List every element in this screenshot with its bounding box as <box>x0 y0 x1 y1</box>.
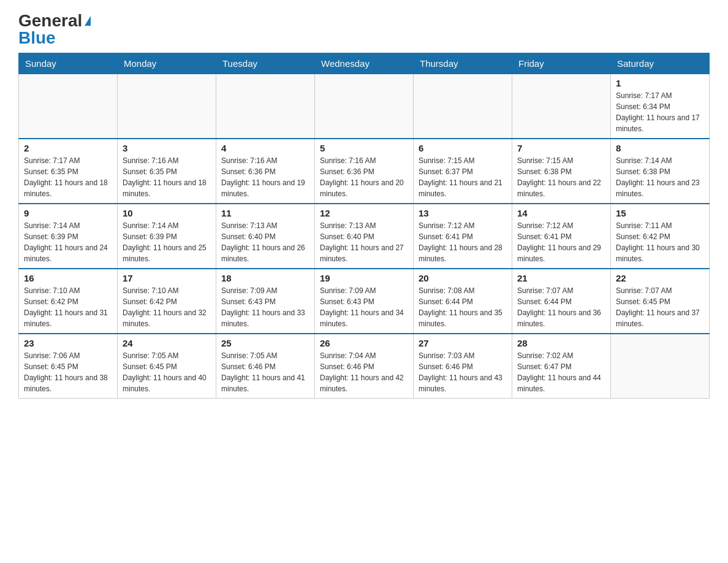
calendar-cell: 26Sunrise: 7:04 AMSunset: 6:46 PMDayligh… <box>315 334 414 399</box>
calendar-cell: 28Sunrise: 7:02 AMSunset: 6:47 PMDayligh… <box>512 334 611 399</box>
calendar-cell: 9Sunrise: 7:14 AMSunset: 6:39 PMDaylight… <box>19 204 118 269</box>
weekday-header-friday: Friday <box>512 53 611 74</box>
calendar-cell: 18Sunrise: 7:09 AMSunset: 6:43 PMDayligh… <box>216 269 315 334</box>
day-number: 10 <box>123 208 211 218</box>
day-info: Sunrise: 7:16 AMSunset: 6:36 PMDaylight:… <box>320 155 408 199</box>
day-info: Sunrise: 7:11 AMSunset: 6:42 PMDaylight:… <box>616 220 704 264</box>
day-number: 11 <box>221 208 309 218</box>
logo-triangle-icon <box>85 16 91 26</box>
weekday-header-saturday: Saturday <box>611 53 710 74</box>
calendar-cell <box>611 334 710 399</box>
day-info: Sunrise: 7:15 AMSunset: 6:38 PMDaylight:… <box>517 155 605 199</box>
day-info: Sunrise: 7:10 AMSunset: 6:42 PMDaylight:… <box>24 285 112 329</box>
calendar-cell: 15Sunrise: 7:11 AMSunset: 6:42 PMDayligh… <box>611 204 710 269</box>
day-info: Sunrise: 7:10 AMSunset: 6:42 PMDaylight:… <box>123 285 211 329</box>
day-info: Sunrise: 7:16 AMSunset: 6:36 PMDaylight:… <box>221 155 309 199</box>
calendar-cell: 13Sunrise: 7:12 AMSunset: 6:41 PMDayligh… <box>414 204 512 269</box>
week-row-3: 9Sunrise: 7:14 AMSunset: 6:39 PMDaylight… <box>19 204 710 269</box>
calendar-cell: 3Sunrise: 7:16 AMSunset: 6:35 PMDaylight… <box>118 139 216 204</box>
day-number: 1 <box>616 78 704 88</box>
day-number: 28 <box>517 338 605 348</box>
weekday-header-monday: Monday <box>118 53 216 74</box>
calendar-cell: 17Sunrise: 7:10 AMSunset: 6:42 PMDayligh… <box>118 269 216 334</box>
day-number: 3 <box>123 143 211 153</box>
weekday-header-thursday: Thursday <box>414 53 512 74</box>
page-header: General Blue <box>18 12 710 47</box>
calendar-cell: 4Sunrise: 7:16 AMSunset: 6:36 PMDaylight… <box>216 139 315 204</box>
weekday-header-wednesday: Wednesday <box>315 53 414 74</box>
calendar-cell: 22Sunrise: 7:07 AMSunset: 6:45 PMDayligh… <box>611 269 710 334</box>
calendar-cell: 21Sunrise: 7:07 AMSunset: 6:44 PMDayligh… <box>512 269 611 334</box>
day-info: Sunrise: 7:06 AMSunset: 6:45 PMDaylight:… <box>24 350 112 394</box>
weekday-header-tuesday: Tuesday <box>216 53 315 74</box>
logo-general-text: General <box>18 12 82 29</box>
calendar-header: SundayMondayTuesdayWednesdayThursdayFrid… <box>19 53 710 74</box>
week-row-4: 16Sunrise: 7:10 AMSunset: 6:42 PMDayligh… <box>19 269 710 334</box>
day-info: Sunrise: 7:13 AMSunset: 6:40 PMDaylight:… <box>221 220 309 264</box>
day-number: 18 <box>221 273 309 283</box>
day-number: 27 <box>419 338 507 348</box>
calendar-cell <box>19 74 118 139</box>
day-number: 22 <box>616 273 704 283</box>
day-number: 5 <box>320 143 408 153</box>
day-number: 26 <box>320 338 408 348</box>
calendar-cell <box>315 74 414 139</box>
day-number: 2 <box>24 143 112 153</box>
calendar-cell: 10Sunrise: 7:14 AMSunset: 6:39 PMDayligh… <box>118 204 216 269</box>
day-info: Sunrise: 7:12 AMSunset: 6:41 PMDaylight:… <box>517 220 605 264</box>
day-info: Sunrise: 7:05 AMSunset: 6:46 PMDaylight:… <box>221 350 309 394</box>
calendar-body: 1Sunrise: 7:17 AMSunset: 6:34 PMDaylight… <box>19 74 710 399</box>
day-number: 25 <box>221 338 309 348</box>
calendar-cell: 14Sunrise: 7:12 AMSunset: 6:41 PMDayligh… <box>512 204 611 269</box>
day-number: 15 <box>616 208 704 218</box>
day-number: 16 <box>24 273 112 283</box>
weekday-row: SundayMondayTuesdayWednesdayThursdayFrid… <box>19 53 710 74</box>
day-number: 8 <box>616 143 704 153</box>
day-number: 19 <box>320 273 408 283</box>
day-info: Sunrise: 7:17 AMSunset: 6:35 PMDaylight:… <box>24 155 112 199</box>
calendar-cell: 8Sunrise: 7:14 AMSunset: 6:38 PMDaylight… <box>611 139 710 204</box>
day-number: 13 <box>419 208 507 218</box>
calendar-cell: 19Sunrise: 7:09 AMSunset: 6:43 PMDayligh… <box>315 269 414 334</box>
calendar-cell: 16Sunrise: 7:10 AMSunset: 6:42 PMDayligh… <box>19 269 118 334</box>
day-number: 21 <box>517 273 605 283</box>
day-info: Sunrise: 7:16 AMSunset: 6:35 PMDaylight:… <box>123 155 211 199</box>
day-info: Sunrise: 7:14 AMSunset: 6:39 PMDaylight:… <box>24 220 112 264</box>
day-number: 4 <box>221 143 309 153</box>
day-number: 12 <box>320 208 408 218</box>
logo-blue-text: Blue <box>18 29 56 47</box>
day-number: 6 <box>419 143 507 153</box>
day-info: Sunrise: 7:03 AMSunset: 6:46 PMDaylight:… <box>419 350 507 394</box>
calendar-table: SundayMondayTuesdayWednesdayThursdayFrid… <box>18 53 710 399</box>
day-info: Sunrise: 7:12 AMSunset: 6:41 PMDaylight:… <box>419 220 507 264</box>
day-info: Sunrise: 7:08 AMSunset: 6:44 PMDaylight:… <box>419 285 507 329</box>
calendar-cell <box>414 74 512 139</box>
calendar-cell <box>512 74 611 139</box>
calendar-cell: 11Sunrise: 7:13 AMSunset: 6:40 PMDayligh… <box>216 204 315 269</box>
calendar-cell <box>216 74 315 139</box>
calendar-cell: 7Sunrise: 7:15 AMSunset: 6:38 PMDaylight… <box>512 139 611 204</box>
calendar-cell: 25Sunrise: 7:05 AMSunset: 6:46 PMDayligh… <box>216 334 315 399</box>
day-number: 7 <box>517 143 605 153</box>
day-info: Sunrise: 7:02 AMSunset: 6:47 PMDaylight:… <box>517 350 605 394</box>
day-info: Sunrise: 7:04 AMSunset: 6:46 PMDaylight:… <box>320 350 408 394</box>
calendar-cell: 1Sunrise: 7:17 AMSunset: 6:34 PMDaylight… <box>611 74 710 139</box>
day-info: Sunrise: 7:13 AMSunset: 6:40 PMDaylight:… <box>320 220 408 264</box>
day-number: 17 <box>123 273 211 283</box>
day-info: Sunrise: 7:14 AMSunset: 6:39 PMDaylight:… <box>123 220 211 264</box>
calendar-cell: 2Sunrise: 7:17 AMSunset: 6:35 PMDaylight… <box>19 139 118 204</box>
calendar-cell: 27Sunrise: 7:03 AMSunset: 6:46 PMDayligh… <box>414 334 512 399</box>
day-info: Sunrise: 7:09 AMSunset: 6:43 PMDaylight:… <box>221 285 309 329</box>
day-info: Sunrise: 7:07 AMSunset: 6:45 PMDaylight:… <box>616 285 704 329</box>
logo: General Blue <box>18 12 91 47</box>
day-info: Sunrise: 7:07 AMSunset: 6:44 PMDaylight:… <box>517 285 605 329</box>
day-info: Sunrise: 7:17 AMSunset: 6:34 PMDaylight:… <box>616 90 704 134</box>
day-number: 23 <box>24 338 112 348</box>
day-number: 20 <box>419 273 507 283</box>
calendar-cell: 23Sunrise: 7:06 AMSunset: 6:45 PMDayligh… <box>19 334 118 399</box>
calendar-cell: 12Sunrise: 7:13 AMSunset: 6:40 PMDayligh… <box>315 204 414 269</box>
day-info: Sunrise: 7:05 AMSunset: 6:45 PMDaylight:… <box>123 350 211 394</box>
week-row-1: 1Sunrise: 7:17 AMSunset: 6:34 PMDaylight… <box>19 74 710 139</box>
day-number: 24 <box>123 338 211 348</box>
day-info: Sunrise: 7:14 AMSunset: 6:38 PMDaylight:… <box>616 155 704 199</box>
